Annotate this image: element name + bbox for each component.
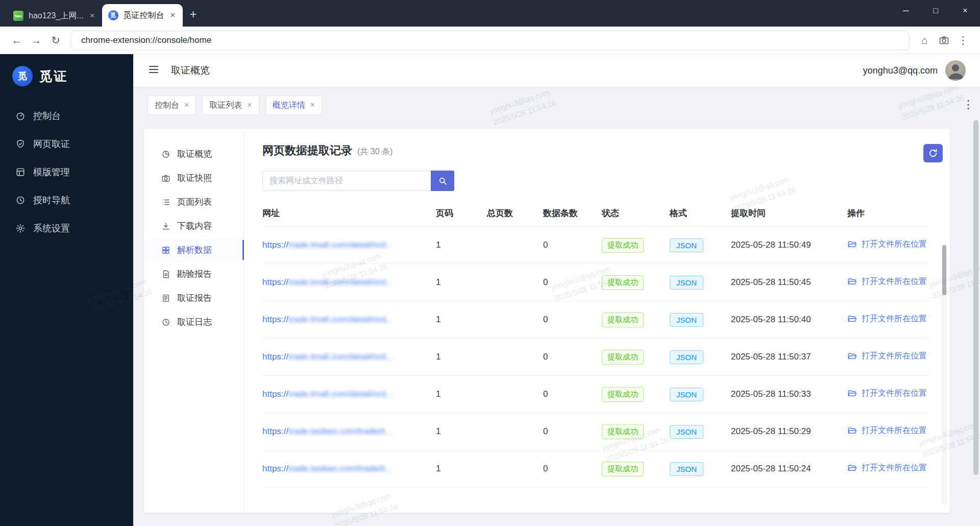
page-cell: 1 <box>436 315 487 325</box>
sidebar-item-console[interactable]: 控制台 <box>0 102 133 130</box>
status-badge: 提取成功 <box>602 424 644 439</box>
chip-close-icon[interactable]: × <box>184 101 189 110</box>
home-icon[interactable]: ⌂ <box>915 34 934 46</box>
detail-menu: 取证概览 取证快照 页面列表 下载内容 解析数据 <box>144 129 244 513</box>
url-cell[interactable]: https://trade.taobao.com/trade/it... <box>262 426 436 437</box>
maximize-button[interactable]: □ <box>921 0 950 21</box>
status-cell: 提取成功 <box>602 424 670 439</box>
search-button[interactable] <box>431 171 454 191</box>
search-input[interactable] <box>262 171 431 191</box>
app-logo-icon: 觅 <box>12 66 33 86</box>
close-window-button[interactable]: × <box>950 0 980 21</box>
menu-item-inspection-report[interactable]: 勘验报告 <box>144 262 243 286</box>
url-cell[interactable]: https://trade.tmall.com/detail/ord... <box>262 277 436 288</box>
menu-item-page-list[interactable]: 页面列表 <box>144 190 243 214</box>
action-cell: 打开文件所在位置 <box>847 351 929 364</box>
menu-item-snapshot[interactable]: 取证快照 <box>144 166 243 190</box>
chip-overview-detail[interactable]: 概览详情 × <box>265 95 322 115</box>
sidebar-item-time-navigation[interactable]: 授时导航 <box>0 186 133 214</box>
column-header-data-count: 数据条数 <box>543 207 602 219</box>
tab-close-icon[interactable]: × <box>169 10 177 20</box>
minimize-button[interactable]: ─ <box>891 0 921 21</box>
page-scrollbar[interactable] <box>973 120 978 475</box>
open-file-location-link[interactable]: 打开文件所在位置 <box>847 276 927 287</box>
search-icon <box>438 176 448 186</box>
record-count: (共 30 条) <box>357 147 393 157</box>
open-file-location-link[interactable]: 打开文件所在位置 <box>847 351 927 362</box>
chip-close-icon[interactable]: × <box>247 101 252 110</box>
status-badge: 提取成功 <box>602 313 644 327</box>
report-icon <box>161 294 170 303</box>
new-tab-button[interactable]: + <box>190 8 197 20</box>
user-avatar[interactable] <box>945 60 966 81</box>
menu-item-downloads[interactable]: 下载内容 <box>144 214 243 238</box>
url-blurred-text: trade.tmall.com/detail/ord... <box>288 240 393 250</box>
column-header-page: 页码 <box>436 207 487 219</box>
sidebar-item-label: 控制台 <box>33 110 61 122</box>
screenshot-camera-icon[interactable] <box>934 35 953 45</box>
url-cell[interactable]: https://trade.tmall.com/detail/ord... <box>262 315 436 325</box>
chips-more-icon[interactable]: ⋮ <box>963 98 974 111</box>
data-panel: 网页数据提取记录 (共 30 条) 网址 页码 总页数 <box>244 129 950 513</box>
time-cell: 2025-05-28 11:50:29 <box>731 426 847 437</box>
chip-evidence-list[interactable]: 取证列表 × <box>202 95 259 115</box>
refresh-button[interactable] <box>923 144 943 162</box>
menu-item-overview[interactable]: 取证概览 <box>144 142 243 166</box>
url-blurred-text: trade.tmall.com/detail/ord... <box>288 352 393 362</box>
menu-item-parsed-data[interactable]: 解析数据 <box>144 238 243 262</box>
reload-button[interactable]: ↻ <box>46 34 65 46</box>
open-file-location-link[interactable]: 打开文件所在位置 <box>847 239 927 250</box>
grid-icon <box>161 246 170 255</box>
browser-menu-icon[interactable]: ⋮ <box>953 34 973 46</box>
menu-item-label: 取证概览 <box>177 148 212 160</box>
column-header-url: 网址 <box>262 207 436 219</box>
panel-title-row: 网页数据提取记录 (共 30 条) <box>262 143 929 158</box>
sidebar-item-label: 系统设置 <box>33 222 70 234</box>
open-file-location-link[interactable]: 打开文件所在位置 <box>847 388 927 399</box>
browser-toolbar: ← → ↻ chrome-extension://console/home ⌂ … <box>0 27 980 54</box>
app-logo: 觅 觅证 <box>0 54 133 102</box>
sidebar-item-template-management[interactable]: 模版管理 <box>0 158 133 186</box>
action-label: 打开文件所在位置 <box>862 351 927 362</box>
open-file-location-link[interactable]: 打开文件所在位置 <box>847 314 927 324</box>
collapse-menu-icon[interactable] <box>148 63 160 78</box>
tab-close-icon[interactable]: × <box>89 11 96 21</box>
table-row: https://trade.taobao.com/trade/it... 1 0… <box>262 413 929 450</box>
url-cell[interactable]: https://trade.taobao.com/trade/it... <box>262 464 436 474</box>
dashboard-icon <box>15 111 26 121</box>
url-cell[interactable]: https://trade.tmall.com/detail/ord... <box>262 389 436 399</box>
chip-close-icon[interactable]: × <box>310 101 315 110</box>
menu-item-evidence-report[interactable]: 取证报告 <box>144 286 243 310</box>
table-scrollbar-thumb[interactable] <box>942 245 946 295</box>
sidebar-item-system-settings[interactable]: 系统设置 <box>0 214 133 242</box>
menu-item-label: 勘验报告 <box>177 268 212 280</box>
table-scrollbar[interactable] <box>942 244 947 505</box>
column-header-time: 提取时间 <box>731 207 847 219</box>
open-file-location-link[interactable]: 打开文件所在位置 <box>847 425 927 436</box>
action-label: 打开文件所在位置 <box>862 239 927 250</box>
sidebar-item-web-forensics[interactable]: 网页取证 <box>0 130 133 158</box>
url-cell[interactable]: https://trade.tmall.com/detail/ord... <box>262 352 436 362</box>
data-count-cell: 0 <box>543 464 602 474</box>
tab-title: 觅证控制台 <box>124 10 164 21</box>
overview-icon <box>161 150 170 159</box>
url-text: https:// <box>262 240 288 250</box>
open-file-location-link[interactable]: 打开文件所在位置 <box>847 463 927 473</box>
browser-tab-console[interactable]: 觅 觅证控制台 × <box>102 4 183 27</box>
folder-icon <box>847 277 857 286</box>
chip-console[interactable]: 控制台 × <box>148 95 196 115</box>
browser-tab-hao123[interactable]: hao hao123_上网... × <box>7 5 102 27</box>
back-button[interactable]: ← <box>7 34 27 46</box>
clock-icon <box>15 195 26 205</box>
url-cell[interactable]: https://trade.tmall.com/detail/ord... <box>262 240 436 250</box>
forward-button[interactable]: → <box>27 34 46 46</box>
user-email: yonghu3@qq.com <box>863 65 938 76</box>
action-label: 打开文件所在位置 <box>862 276 927 287</box>
address-bar[interactable]: chrome-extension://console/home <box>70 31 910 50</box>
menu-item-evidence-log[interactable]: 取证日志 <box>144 310 243 334</box>
menu-item-label: 取证报告 <box>177 292 212 304</box>
page-title: 取证概览 <box>171 64 210 77</box>
main-area: 取证概览 yonghu3@qq.com 控制台 × 取证列表 × 概览详情 × … <box>133 54 980 526</box>
folder-icon <box>847 351 857 361</box>
column-header-status: 状态 <box>602 207 670 219</box>
